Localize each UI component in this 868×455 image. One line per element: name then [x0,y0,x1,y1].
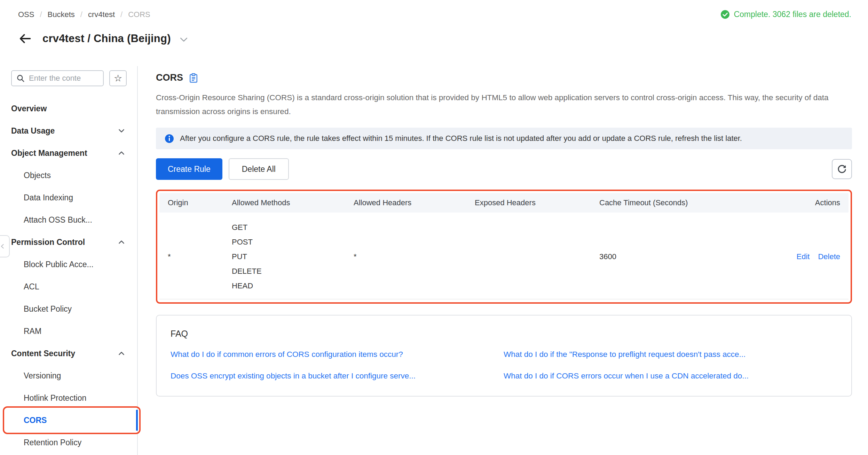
method-item: DELETE [232,264,354,279]
search-input[interactable] [28,73,99,83]
sidebar-item-label: Hotlink Protection [24,393,86,403]
refresh-icon [837,164,847,174]
faq-link-cors-config-errors[interactable]: What do I do if common errors of CORS co… [171,350,504,359]
col-cache-timeout: Cache Timeout (Seconds) [599,198,794,207]
chevron-up-icon [118,238,125,246]
table-row: * GET POST PUT DELETE HEAD * 3600 Edit [159,213,849,300]
breadcrumb: OSS / Buckets / crv4test / CORS [18,10,150,19]
oss-console-page: OSS / Buckets / crv4test / CORS Complete… [0,0,868,455]
favorite-star-button[interactable]: ☆ [109,70,127,86]
section-description: Cross-Origin Resource Sharing (CORS) is … [156,91,852,119]
cell-actions: Edit Delete [796,252,840,261]
sidebar-item-label: Object Management [11,149,87,158]
sidebar-item-block-public-access[interactable]: Block Public Acce... [0,253,137,276]
method-item: POST [232,235,354,249]
faq-link-cdn-cors-errors[interactable]: What do I do if CORS errors occur when I… [504,372,837,381]
edit-link[interactable]: Edit [796,252,810,261]
delete-link[interactable]: Delete [818,252,840,261]
main-content: CORS Cross-Origin Resource Sharing (CORS… [138,66,868,455]
breadcrumb-separator: / [120,10,123,19]
chevron-up-icon [118,350,125,357]
breadcrumb-separator: / [40,10,42,19]
sidebar-item-ram[interactable]: RAM [0,320,137,342]
check-circle-icon [720,10,730,19]
breadcrumb-separator: / [80,10,82,19]
cell-allowed-methods: GET POST PUT DELETE HEAD [232,220,354,293]
sidebar-item-acl[interactable]: ACL [0,276,137,298]
chevron-down-icon [118,127,125,135]
method-item: GET [232,220,354,235]
cell-origin: * [168,252,232,261]
table-header-row: Origin Allowed Methods Allowed Headers E… [159,193,849,213]
breadcrumb-current: CORS [128,10,150,19]
sidebar-item-label: Data Usage [11,126,55,136]
search-icon [16,74,25,83]
breadcrumb-oss[interactable]: OSS [18,10,34,19]
sidebar-item-object-management[interactable]: Object Management [0,142,137,164]
sidebar-item-label: ACL [24,282,39,292]
sidebar-item-label: Content Security [11,349,75,358]
sidebar-nav: Overview Data Usage Object Management Ob… [0,97,137,454]
sidebar-item-label: RAM [24,327,41,336]
info-icon [165,134,174,143]
status-text: Complete. 3062 files are deleted. [734,10,851,19]
breadcrumb-buckets[interactable]: Buckets [48,10,75,19]
breadcrumb-bucket-name[interactable]: crv4test [88,10,115,19]
sidebar-item-label: Attach OSS Buck... [24,215,92,225]
sidebar-item-label: Bucket Policy [24,304,72,314]
sidebar-item-label: Permission Control [11,238,85,247]
sidebar-item-label: Retention Policy [24,438,81,447]
sidebar-item-label: CORS [24,416,47,425]
info-banner: After you configure a CORS rule, the rul… [156,128,852,149]
sidebar-item-data-usage[interactable]: Data Usage [0,120,137,142]
method-item: PUT [232,249,354,264]
col-exposed-headers: Exposed Headers [475,198,599,207]
faq-link-preflight-request[interactable]: What do I do if the "Response to preflig… [504,350,837,359]
sidebar-item-attach-oss-bucket[interactable]: Attach OSS Buck... [0,209,137,231]
col-actions: Actions [815,198,840,207]
col-allowed-methods: Allowed Methods [232,198,354,207]
cors-table-annotation-box: Origin Allowed Methods Allowed Headers E… [156,190,852,304]
sidebar-item-label: Data Indexing [24,193,73,202]
sidebar-item-data-indexing[interactable]: Data Indexing [0,186,137,209]
back-arrow-icon[interactable] [17,31,33,46]
col-origin: Origin [168,198,232,207]
refresh-button[interactable] [832,159,852,179]
sidebar-item-retention-policy[interactable]: Retention Policy [0,431,137,454]
sidebar-item-permission-control[interactable]: Permission Control [0,231,137,253]
sidebar-item-cors[interactable]: CORS [0,409,137,431]
sidebar-item-versioning[interactable]: Versioning [0,365,137,387]
sidebar-item-label: Objects [24,171,51,180]
create-rule-button[interactable]: Create Rule [156,158,222,180]
sidebar-item-objects[interactable]: Objects [0,164,137,186]
active-indicator [136,410,138,431]
faq-title: FAQ [171,329,837,339]
section-title: CORS [156,72,183,83]
sidebar-search [11,70,104,86]
delete-all-button[interactable]: Delete All [229,158,289,180]
sidebar-item-overview[interactable]: Overview [0,97,137,120]
faq-link-encrypt-existing-objects[interactable]: Does OSS encrypt existing objects in a b… [171,372,504,381]
sidebar-item-label: Overview [11,104,47,113]
sidebar-item-label: Versioning [24,371,61,381]
documentation-clipboard-icon[interactable] [189,73,198,83]
page-header: OSS / Buckets / crv4test / CORS Complete… [0,0,868,66]
status-toast: Complete. 3062 files are deleted. [720,10,851,19]
chevron-up-icon [118,149,125,157]
info-banner-text: After you configure a CORS rule, the rul… [180,134,742,143]
sidebar-collapse-handle[interactable] [0,235,10,257]
bucket-switcher-chevron-icon[interactable] [179,34,189,45]
sidebar-item-label: Block Public Acce... [24,260,94,269]
faq-card: FAQ What do I do if common errors of COR… [156,315,852,397]
cell-allowed-headers: * [354,252,475,261]
sidebar-item-bucket-policy[interactable]: Bucket Policy [0,298,137,320]
page-title: crv4test / China (Beijing) [42,32,171,45]
sidebar-item-hotlink-protection[interactable]: Hotlink Protection [0,387,137,409]
sidebar: ☆ Overview Data Usage Object Management … [0,66,138,455]
method-item: HEAD [232,279,354,293]
col-allowed-headers: Allowed Headers [354,198,475,207]
sidebar-item-content-security[interactable]: Content Security [0,342,137,365]
cors-rules-table: Origin Allowed Methods Allowed Headers E… [159,193,849,300]
cell-cache-timeout: 3600 [599,252,794,261]
